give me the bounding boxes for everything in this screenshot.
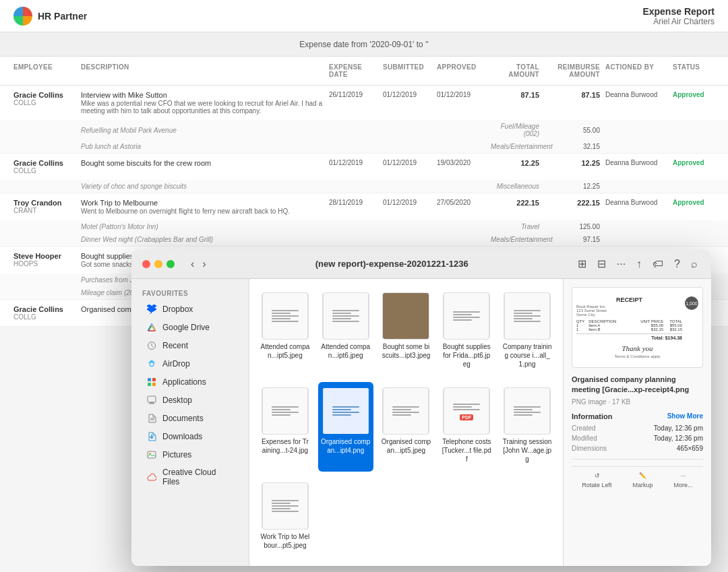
action-button[interactable]: ···: [614, 255, 628, 273]
applications-label: Applications: [162, 377, 206, 387]
finder-body: Favourites Dropbox Google Drive: [131, 279, 711, 566]
file-thumb-6: [262, 387, 309, 435]
file-item-5[interactable]: Company training course i...all_1.png: [499, 287, 555, 377]
sidebar-item-google-drive[interactable]: Google Drive: [135, 319, 245, 336]
close-button[interactable]: [142, 260, 150, 268]
sidebar-item-downloads[interactable]: Downloads: [135, 428, 245, 445]
file-item-11[interactable]: Work Trip to Melbour...pt5.jpeg: [257, 477, 313, 558]
th-expense-date: Expense Date: [326, 62, 380, 80]
sub-row: Dinner Wed night (Crabapples Bar and Gri…: [0, 233, 728, 246]
file-thumb-7: [322, 387, 369, 435]
view-list-button[interactable]: ⊟: [595, 255, 609, 273]
file-name-6: Expenses for Training...t-24.jpg: [260, 437, 310, 455]
header-right: Expense Report Ariel Air Charters: [642, 6, 715, 26]
desktop-label: Desktop: [162, 395, 192, 405]
creative-cloud-icon: [146, 472, 157, 482]
file-name-3: Bought some biscuits...ipt3.jpeg: [382, 342, 431, 360]
show-more-link[interactable]: Show More: [667, 412, 703, 420]
sidebar-item-documents[interactable]: Documents: [135, 410, 245, 427]
th-approved: Approved: [434, 62, 488, 80]
file-item-9[interactable]: PDF Telephone costs [Tucker...t file.pdf: [439, 382, 494, 472]
creative-cloud-label: Creative Cloud Files: [162, 468, 234, 486]
file-name-10: Training session [John W...age.jpg: [502, 437, 552, 464]
preview-created-row: Created Today, 12:36 pm: [572, 424, 703, 432]
preview-modified-row: Modified Today, 12:36 pm: [572, 435, 703, 442]
created-value: Today, 12:36 pm: [654, 424, 703, 432]
airdrop-icon: [146, 358, 157, 369]
svg-rect-10: [148, 378, 151, 381]
more-button[interactable]: ··· More...: [673, 472, 692, 488]
file-item-10[interactable]: Training session [John W...age.jpg: [499, 382, 555, 472]
file-name-9: Telephone costs [Tucker...t file.pdf: [442, 437, 491, 464]
file-thumb-1: [262, 292, 309, 340]
file-item-6[interactable]: Expenses for Training...t-24.jpg: [257, 382, 313, 472]
sidebar-item-desktop[interactable]: Desktop: [135, 391, 245, 409]
sidebar-item-creative-cloud[interactable]: Creative Cloud Files: [135, 464, 245, 490]
status-cell: Approved: [670, 90, 717, 100]
app-background: HR Partner Expense Report Ariel Air Char…: [0, 0, 728, 572]
svg-rect-15: [150, 402, 154, 404]
reimburse-cell: 87.15: [542, 90, 603, 100]
desktop-icon: [146, 395, 157, 406]
finder-toolbar: ⊞ ⊟ ··· ↑ 🏷 ? ⌕: [575, 255, 700, 273]
file-item-8[interactable]: Organised compan...ipt5.jpeg: [379, 382, 434, 472]
file-thumb-11: [262, 482, 309, 530]
file-item-1[interactable]: Attended compan...ipt5.jpeg: [257, 287, 313, 377]
sub-row: Pub lunch at Astoria Meals/Entertainment…: [0, 140, 728, 153]
modified-value: Today, 12:36 pm: [654, 435, 703, 442]
finder-title: (new report)-expense-20201221-1236: [217, 259, 567, 269]
sidebar-item-applications[interactable]: Applications: [135, 373, 245, 391]
tag-button[interactable]: 🏷: [650, 255, 666, 273]
sidebar-item-recent[interactable]: Recent: [135, 337, 245, 354]
filter-text: Expense date from '2020-09-01' to '': [299, 40, 428, 49]
th-total: Total Amount: [488, 62, 542, 80]
table-row[interactable]: Gracie CollinsCOLLG Interview with Mike …: [0, 86, 728, 120]
svg-rect-16: [149, 404, 154, 404]
th-reimburse: Reimburse Amount: [542, 62, 603, 80]
sub-row: Refuelling at Mobil Park Avenue Fuel/Mil…: [0, 120, 728, 140]
report-subtitle: Ariel Air Charters: [642, 17, 715, 26]
file-name-4: Bought supplies for Frida...pt6.jpeg: [442, 342, 491, 369]
sidebar-item-dropbox[interactable]: Dropbox: [135, 300, 245, 318]
dropbox-label: Dropbox: [162, 305, 193, 314]
search-button[interactable]: ⌕: [688, 255, 700, 273]
svg-rect-13: [152, 383, 156, 386]
help-button[interactable]: ?: [671, 255, 683, 273]
app-header: HR Partner Expense Report Ariel Air Char…: [0, 0, 728, 32]
table-row[interactable]: Troy CrandonCRANT Work Trip to Melbourne…: [0, 193, 728, 220]
minimize-button[interactable]: [154, 260, 162, 268]
th-actioned: Actioned By: [603, 62, 670, 80]
total-cell: 87.15: [488, 90, 542, 100]
file-thumb-10: [504, 387, 551, 435]
file-item-2[interactable]: Attended compan...ipt6.jpeg: [318, 287, 373, 377]
sidebar-section-favourites: Favourites: [131, 287, 249, 300]
file-grid: Attended compan...ipt5.jpeg: [257, 287, 555, 558]
file-item-3[interactable]: Bought some biscuits...ipt3.jpeg: [379, 287, 434, 377]
file-thumb-9: PDF: [443, 387, 490, 435]
applications-icon: [146, 377, 157, 387]
file-name-1: Attended compan...ipt5.jpeg: [260, 342, 310, 360]
markup-button[interactable]: ✏️ Markup: [632, 472, 653, 488]
back-button[interactable]: ‹: [188, 257, 197, 272]
expense-group-2: Gracie CollinsCOLLG Bought some biscuits…: [0, 154, 728, 193]
preview-filename: Organised company planning meeting [Grac…: [572, 375, 703, 395]
file-thumb-5: [504, 292, 551, 340]
preview-filetype: PNG image · 17 KB: [572, 398, 703, 406]
table-header: Employee Description Expense Date Submit…: [0, 57, 728, 86]
downloads-icon: [146, 431, 157, 442]
view-icon-button[interactable]: ⊞: [575, 255, 589, 273]
file-name-7: Organised compan...ipt4.png: [321, 437, 371, 455]
share-button[interactable]: ↑: [634, 255, 644, 273]
file-item-7-selected[interactable]: Organised compan...ipt4.png: [318, 382, 373, 472]
file-item-4[interactable]: Bought supplies for Frida...pt6.jpeg: [439, 287, 494, 377]
modified-label: Modified: [572, 435, 597, 442]
approved-cell: 01/12/2019: [434, 90, 488, 100]
sidebar-item-pictures[interactable]: Pictures: [135, 446, 245, 464]
file-name-5: Company training course i...all_1.png: [502, 342, 552, 369]
forward-button[interactable]: ›: [200, 257, 208, 272]
rotate-left-button[interactable]: ↺ Rotate Left: [582, 472, 611, 488]
maximize-button[interactable]: [166, 260, 175, 268]
table-row[interactable]: Gracie CollinsCOLLG Bought some biscuits…: [0, 154, 728, 180]
sidebar-item-airdrop[interactable]: AirDrop: [135, 355, 245, 373]
file-thumb-3: [382, 292, 429, 340]
